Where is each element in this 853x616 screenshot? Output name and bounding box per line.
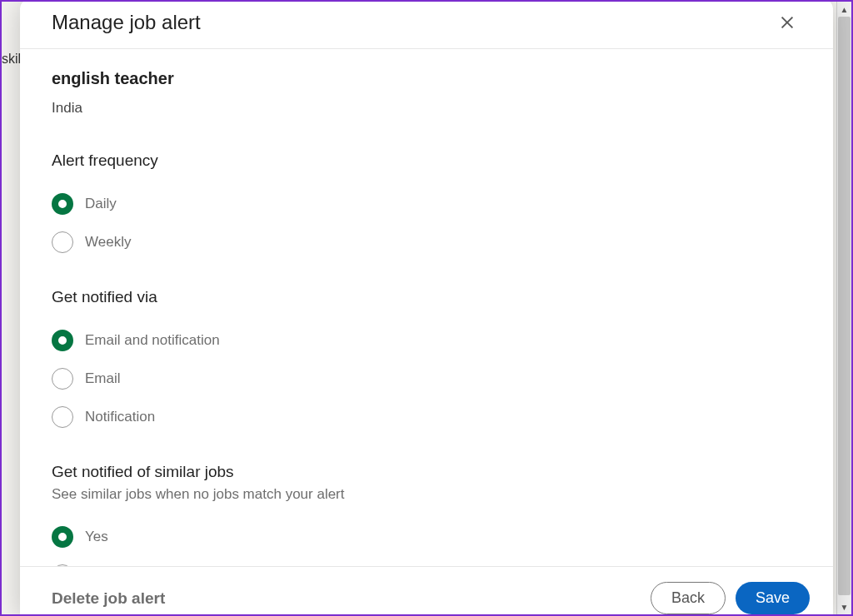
notify-via-heading: Get notified via (52, 288, 801, 306)
radio-icon (52, 368, 73, 390)
scrollbar-down-arrow[interactable]: ▼ (837, 599, 852, 614)
radio-icon (52, 406, 73, 428)
frequency-option-weekly[interactable]: Weekly (52, 223, 801, 261)
alert-job-location: India (52, 100, 801, 117)
scrollbar-thumb[interactable] (838, 17, 851, 595)
scrollbar-up-arrow[interactable]: ▲ (837, 2, 852, 17)
manage-job-alert-modal: Manage job alert english teacher India A… (20, 0, 833, 614)
footer-button-group: Back Save (651, 582, 810, 614)
similar-jobs-subtext: See similar jobs when no jobs match your… (52, 486, 801, 503)
frequency-radio-group: Daily Weekly (52, 185, 801, 261)
frequency-option-daily[interactable]: Daily (52, 185, 801, 223)
close-icon (778, 13, 796, 32)
similar-option-yes[interactable]: Yes (52, 518, 801, 556)
notify-option-email-and-notification[interactable]: Email and notification (52, 321, 801, 360)
frequency-heading: Alert frequency (52, 152, 801, 170)
save-button[interactable]: Save (736, 582, 810, 614)
close-button[interactable] (773, 8, 801, 37)
radio-icon (52, 193, 73, 215)
radio-label: Daily (85, 196, 117, 212)
radio-label: Yes (85, 529, 108, 545)
radio-label: Email (85, 370, 121, 387)
radio-icon (52, 231, 73, 253)
radio-label: Weekly (85, 234, 131, 251)
alert-job-title: english teacher (52, 69, 801, 88)
similar-option-no[interactable]: No (52, 556, 801, 566)
notify-option-email[interactable]: Email (52, 360, 801, 398)
back-button[interactable]: Back (651, 582, 726, 614)
notify-via-radio-group: Email and notification Email Notificatio… (52, 321, 801, 436)
similar-jobs-heading: Get notified of similar jobs (52, 463, 801, 481)
radio-label: Email and notification (85, 332, 220, 349)
radio-icon (52, 526, 73, 548)
modal-footer: Delete job alert Back Save (20, 566, 833, 614)
bg-left-text: skill, (2, 52, 18, 67)
vertical-scrollbar[interactable]: ▲ ▼ (836, 2, 851, 614)
modal-title: Manage job alert (52, 11, 201, 34)
modal-header: Manage job alert (20, 0, 833, 49)
similar-jobs-radio-group: Yes No (52, 518, 801, 566)
delete-job-alert-link[interactable]: Delete job alert (52, 589, 165, 608)
radio-icon (52, 330, 73, 351)
modal-body: english teacher India Alert frequency Da… (20, 49, 833, 566)
radio-label: Notification (85, 409, 155, 425)
notify-option-notification[interactable]: Notification (52, 398, 801, 436)
